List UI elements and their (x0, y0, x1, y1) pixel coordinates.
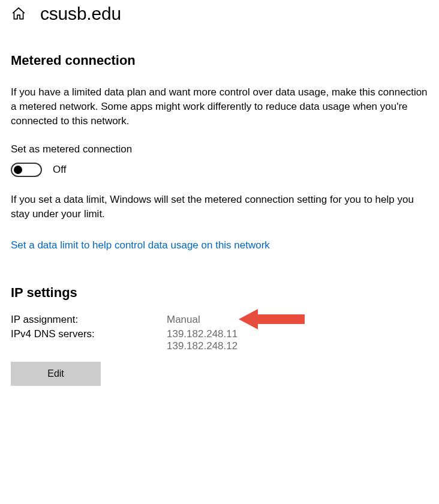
ip-assignment-label: IP assignment: (11, 314, 167, 326)
dns-value-1: 139.182.248.11 (167, 328, 237, 340)
dns-label: IPv4 DNS servers: (11, 328, 167, 340)
ip-heading: IP settings (11, 285, 428, 301)
home-icon[interactable] (11, 6, 26, 22)
toggle-knob (14, 166, 22, 174)
edit-button[interactable]: Edit (11, 362, 101, 386)
dns-value-2: 139.182.248.12 (167, 340, 237, 352)
metered-description: If you have a limited data plan and want… (11, 85, 428, 128)
metered-heading: Metered connection (11, 53, 428, 68)
data-limit-link[interactable]: Set a data limit to help control data us… (11, 239, 270, 251)
metered-toggle-state: Off (53, 164, 66, 176)
metered-toggle[interactable] (11, 163, 42, 177)
metered-toggle-label: Set as metered connection (11, 143, 428, 155)
svg-marker-0 (239, 309, 305, 329)
ip-assignment-value: Manual (167, 314, 200, 326)
metered-limit-note: If you set a data limit, Windows will se… (11, 193, 428, 221)
page-title: csusb.edu (40, 4, 121, 24)
